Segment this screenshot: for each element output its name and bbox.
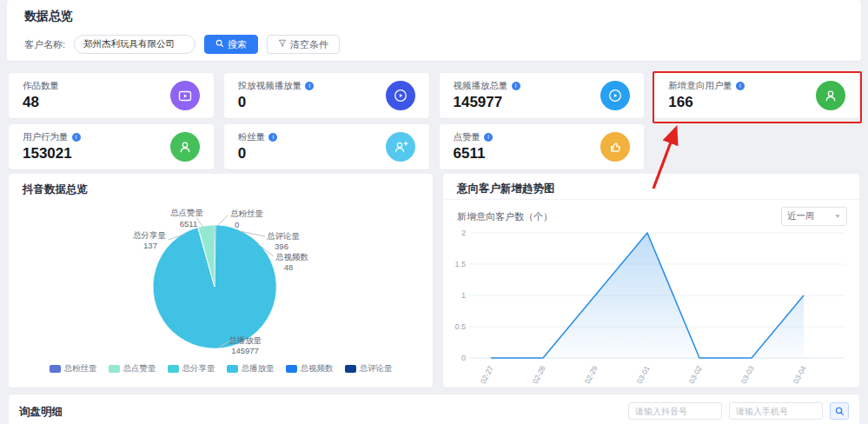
- info-icon[interactable]: i: [305, 82, 314, 90]
- stat-card-value: 145977: [454, 94, 520, 111]
- inquiry-panel-title: 询盘明细: [19, 405, 63, 420]
- dashboard-page: 数据总览 客户名称: 搜索 清空条件 作品数量48投放视频播放量i0视频播放总量…: [0, 0, 868, 424]
- chevron-down-icon: ▼: [834, 213, 841, 219]
- x-axis-label: 02-27: [479, 364, 495, 384]
- stat-card-label: 点赞量: [454, 131, 481, 143]
- stat-card-2: 视频播放总量i145977: [440, 73, 645, 118]
- legend-label: 总粉丝量: [64, 363, 97, 374]
- play-icon: [600, 81, 630, 110]
- legend-item-总粉丝量[interactable]: 总粉丝量: [50, 363, 97, 374]
- pie-label-line: [217, 215, 228, 226]
- pie-label-name: 总点赞量: [170, 208, 204, 217]
- stat-card-value: 0: [238, 94, 315, 111]
- stat-card-info: 视频播放总量i145977: [454, 80, 520, 111]
- user-icon: [170, 132, 200, 162]
- phone-number-input[interactable]: [729, 402, 823, 420]
- legend-item-总分享量[interactable]: 总分享量: [168, 363, 215, 374]
- stat-card-value: 166: [668, 94, 745, 111]
- customer-name-label: 客户名称:: [24, 38, 65, 51]
- funnel-icon: [278, 39, 287, 50]
- info-icon[interactable]: i: [484, 133, 493, 142]
- user-add-icon: [386, 132, 415, 162]
- pie-label-name: 总评论量: [267, 231, 301, 241]
- stat-card-label: 视频播放总量: [454, 80, 508, 92]
- pie-panel-title: 抖音数据总览: [23, 182, 88, 197]
- pie-label-name: 总播放量: [229, 335, 262, 345]
- stat-card-value: 6511: [454, 145, 494, 162]
- legend-swatch: [168, 365, 179, 373]
- legend-label: 总播放量: [242, 363, 275, 374]
- pie-label-value: 396: [275, 242, 288, 251]
- pie-label-value: 48: [284, 262, 294, 272]
- legend-item-总评论量[interactable]: 总评论量: [345, 363, 393, 374]
- trend-panel-title: 意向客户新增趋势图: [457, 182, 555, 196]
- x-axis-label: 03-04: [792, 364, 808, 384]
- clear-button-label: 清空条件: [290, 38, 328, 51]
- legend-label: 总评论量: [360, 363, 393, 374]
- page-title: 数据总览: [24, 9, 73, 24]
- line-chart: 00.511.5202-2702-2802-2903-0103-0203-030…: [443, 226, 859, 384]
- search-button[interactable]: 搜索: [204, 35, 258, 54]
- date-range-select[interactable]: 近一周 ▼: [781, 207, 847, 226]
- legend-swatch: [286, 365, 297, 373]
- stat-card-info: 投放视频播放量i0: [238, 80, 315, 111]
- legend-item-总点赞量[interactable]: 总点赞量: [109, 363, 156, 374]
- legend-label: 总点赞量: [123, 363, 156, 374]
- user-icon: [816, 81, 845, 110]
- trend-panel: 意向客户新增趋势图 新增意向客户数（个） 近一周 ▼ 00.511.5202-2…: [443, 174, 859, 388]
- stat-card-4: 用户行为量i153021: [9, 124, 214, 169]
- y-axis-label: 1: [461, 291, 466, 300]
- stat-card-6: 点赞量i6511: [440, 124, 645, 169]
- inquiry-filters: [628, 402, 849, 420]
- header-card: 数据总览 客户名称: 搜索 清空条件: [7, 0, 861, 61]
- search-icon: [215, 39, 224, 50]
- legend-swatch: [345, 365, 356, 373]
- stat-card-info: 作品数量48: [23, 80, 59, 111]
- legend-item-总播放量[interactable]: 总播放量: [227, 363, 275, 374]
- pie-chart: 总粉丝量0总点赞量6511总分享量137总播放量145977总视频数48总评论量…: [9, 202, 433, 363]
- info-icon[interactable]: i: [512, 82, 520, 90]
- stat-card-value: 153021: [23, 145, 81, 162]
- date-range-value: 近一周: [787, 210, 815, 222]
- trend-y-axis-title: 新增意向客户数（个）: [457, 210, 553, 223]
- douyin-overview-panel: 抖音数据总览 总粉丝量0总点赞量6511总分享量137总播放量145977总视频…: [9, 174, 433, 388]
- douyin-id-input[interactable]: [628, 402, 722, 420]
- legend-label: 总视频数: [301, 363, 334, 374]
- pie-label-name: 总视频数: [275, 252, 309, 262]
- stat-cards-grid: 作品数量48投放视频播放量i0视频播放总量i145977新增意向用户量i166用…: [9, 73, 859, 169]
- info-icon[interactable]: i: [72, 133, 81, 142]
- clear-filter-button[interactable]: 清空条件: [267, 35, 340, 54]
- video-icon: [170, 81, 200, 110]
- x-axis-label: 02-28: [531, 364, 547, 384]
- stat-card-value: 0: [238, 145, 278, 162]
- stat-card-value: 48: [23, 94, 59, 111]
- thumb-icon: [600, 132, 630, 162]
- pie-label-name: 总分享量: [133, 230, 167, 240]
- inquiry-detail-panel: 询盘明细: [9, 394, 859, 424]
- customer-name-input[interactable]: [74, 35, 195, 54]
- inquiry-search-button[interactable]: [830, 402, 849, 420]
- stat-card-info: 用户行为量i153021: [23, 131, 81, 162]
- play-icon: [386, 81, 415, 110]
- legend-item-总视频数[interactable]: 总视频数: [286, 363, 334, 374]
- pie-label-value: 6511: [180, 219, 197, 229]
- stat-card-label: 作品数量: [23, 80, 59, 92]
- x-axis-label: 03-02: [687, 364, 704, 384]
- info-icon[interactable]: i: [736, 82, 745, 90]
- pie-label-value: 145977: [231, 346, 259, 355]
- filter-row: 客户名称: 搜索 清空条件: [24, 35, 340, 54]
- info-icon[interactable]: i: [268, 133, 277, 142]
- y-axis-label: 0: [461, 354, 466, 362]
- legend-swatch: [50, 365, 61, 373]
- stat-card-0: 作品数量48: [9, 73, 214, 118]
- trend-panel-header: 意向客户新增趋势图: [443, 174, 859, 200]
- stat-card-info: 新增意向用户量i166: [668, 80, 745, 111]
- stat-card-1: 投放视频播放量i0: [224, 73, 429, 118]
- x-axis-label: 02-29: [583, 364, 600, 384]
- legend-label: 总分享量: [182, 363, 215, 374]
- stat-card-5: 粉丝量i0: [224, 124, 429, 169]
- legend-swatch: [227, 365, 238, 373]
- x-axis-label: 03-01: [635, 364, 652, 384]
- y-axis-label: 2: [461, 229, 466, 237]
- pie-label-value: 137: [143, 241, 157, 250]
